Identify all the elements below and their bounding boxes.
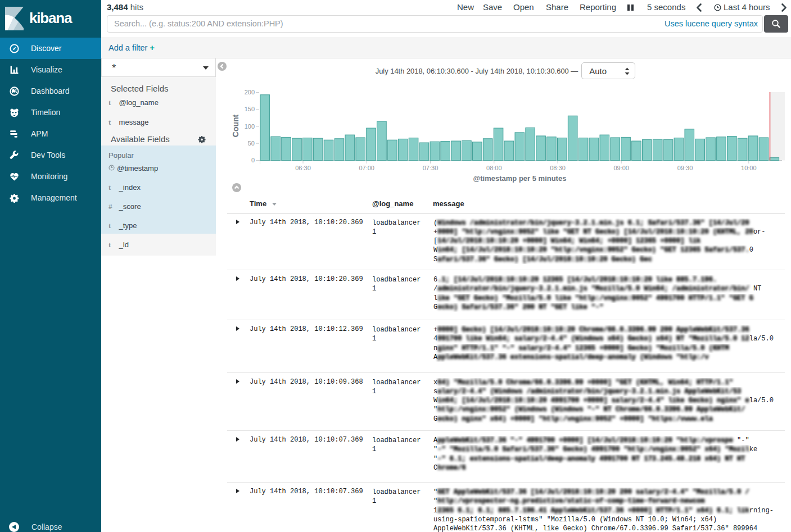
svg-text:50: 50 — [248, 140, 255, 147]
svg-text:08:00: 08:00 — [486, 165, 502, 171]
svg-text:10:00: 10:00 — [741, 165, 757, 171]
svg-text:07:00: 07:00 — [359, 165, 374, 171]
svg-text:07:30: 07:30 — [423, 165, 439, 171]
svg-text:09:00: 09:00 — [613, 165, 629, 171]
svg-text:09:30: 09:30 — [677, 165, 693, 171]
svg-text:06:30: 06:30 — [295, 165, 311, 171]
svg-text:200: 200 — [245, 89, 255, 96]
svg-text:0: 0 — [251, 157, 255, 163]
svg-text:100: 100 — [245, 123, 255, 130]
svg-text:08:30: 08:30 — [550, 165, 566, 171]
svg-text:150: 150 — [245, 106, 255, 112]
